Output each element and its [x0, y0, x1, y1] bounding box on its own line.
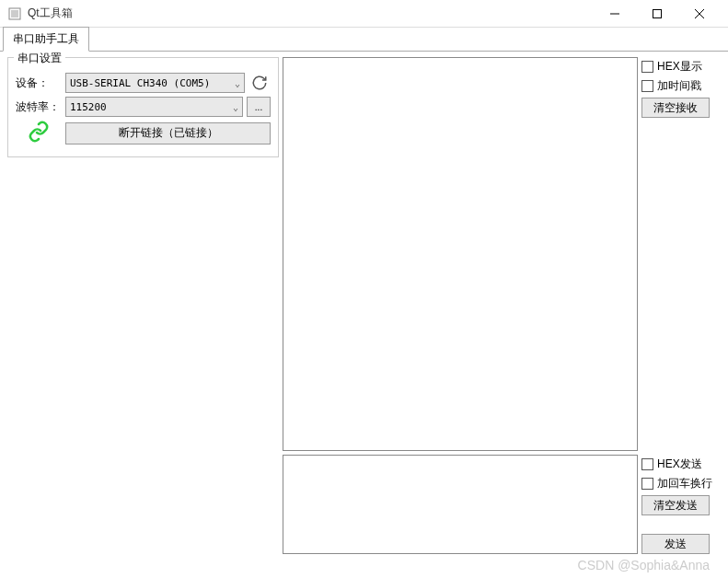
device-select[interactable]: USB-SERIAL CH340 (COM5) ⌄ [65, 73, 245, 93]
hex-display-checkbox[interactable]: HEX显示 [641, 59, 721, 75]
svg-rect-3 [653, 9, 662, 17]
baud-select[interactable]: 115200 ⌄ [65, 97, 243, 117]
receive-textarea[interactable] [283, 57, 638, 451]
crlf-checkbox[interactable]: 加回车换行 [641, 476, 721, 491]
tab-bar: 串口助手工具 [0, 28, 728, 52]
timestamp-label: 加时间戳 [657, 78, 701, 94]
device-label: 设备： [16, 75, 62, 91]
timestamp-checkbox[interactable]: 加时间戳 [641, 78, 721, 94]
checkbox-icon [641, 80, 653, 92]
checkbox-icon [641, 458, 653, 470]
hex-display-label: HEX显示 [657, 59, 702, 75]
right-column: HEX显示 加时间戳 清空接收 HEX发送 加回车换行 清空发送 发送 [641, 57, 721, 554]
serial-settings-group: 串口设置 设备： USB-SERIAL CH340 (COM5) ⌄ 波特率： … [7, 57, 279, 157]
chevron-down-icon: ⌄ [233, 102, 238, 112]
hex-send-label: HEX发送 [657, 457, 702, 472]
disconnect-button[interactable]: 断开链接（已链接） [65, 122, 271, 144]
chevron-down-icon: ⌄ [235, 78, 240, 88]
baud-label: 波特率： [16, 99, 62, 115]
more-settings-button[interactable]: ... [247, 97, 271, 117]
minimize-button[interactable] [594, 0, 636, 28]
watermark: CSDN @Sophia&Anna [578, 558, 710, 572]
close-button[interactable] [678, 0, 721, 28]
middle-column [283, 57, 638, 554]
send-button[interactable]: 发送 [641, 534, 710, 554]
window-title: Qt工具箱 [28, 6, 594, 21]
checkbox-icon [641, 61, 653, 73]
device-value: USB-SERIAL CH340 (COM5) [70, 77, 210, 89]
send-textarea[interactable] [283, 455, 638, 554]
serial-settings-title: 串口设置 [14, 51, 65, 66]
refresh-button[interactable] [248, 73, 271, 93]
hex-send-checkbox[interactable]: HEX发送 [641, 457, 721, 472]
maximize-button[interactable] [636, 0, 678, 28]
baud-value: 115200 [70, 101, 107, 113]
clear-receive-button[interactable]: 清空接收 [641, 98, 710, 118]
svg-rect-1 [11, 10, 18, 17]
tab-serial-tool[interactable]: 串口助手工具 [3, 27, 89, 52]
clear-send-button[interactable]: 清空发送 [641, 495, 710, 515]
link-icon [28, 121, 50, 145]
content-area: 串口设置 设备： USB-SERIAL CH340 (COM5) ⌄ 波特率： … [0, 52, 728, 560]
app-icon [7, 6, 22, 21]
titlebar: Qt工具箱 [0, 0, 728, 28]
crlf-label: 加回车换行 [657, 476, 712, 491]
checkbox-icon [641, 478, 653, 490]
left-column: 串口设置 设备： USB-SERIAL CH340 (COM5) ⌄ 波特率： … [7, 57, 279, 554]
